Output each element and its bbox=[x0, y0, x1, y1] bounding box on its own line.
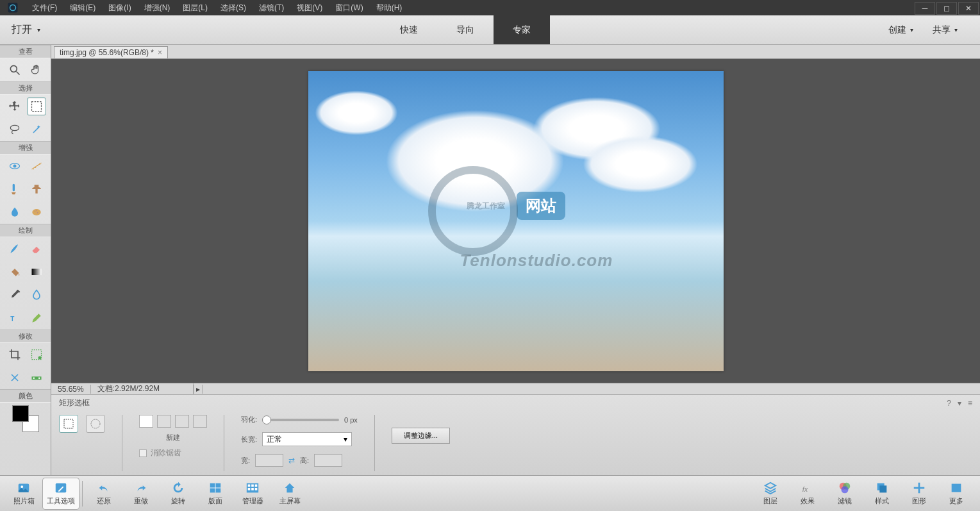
menu-view[interactable]: 视图(V) bbox=[290, 0, 329, 15]
sponge-tool[interactable] bbox=[27, 203, 46, 221]
straighten-tool-2[interactable] bbox=[27, 369, 46, 387]
spot-heal-tool[interactable] bbox=[5, 180, 24, 198]
maximize-button[interactable]: ◻ bbox=[936, 2, 957, 15]
svg-rect-10 bbox=[35, 189, 37, 194]
aspect-select[interactable]: 正常▾ bbox=[262, 432, 352, 446]
close-tab-icon[interactable]: × bbox=[158, 48, 162, 57]
styles-button[interactable]: 样式 bbox=[863, 478, 901, 510]
crop-tool[interactable] bbox=[5, 346, 24, 364]
svg-rect-15 bbox=[31, 269, 41, 275]
rect-marquee-button[interactable] bbox=[59, 415, 78, 433]
hand-tool[interactable] bbox=[27, 61, 46, 79]
selection-subtract-button[interactable] bbox=[175, 415, 189, 428]
redeye-tool[interactable] bbox=[5, 157, 24, 175]
menu-filter[interactable]: 滤镜(T) bbox=[253, 0, 290, 15]
pencil-tool[interactable] bbox=[27, 309, 46, 327]
undo-button[interactable]: 还原 bbox=[85, 478, 122, 510]
effects-button[interactable]: fx 效果 bbox=[789, 478, 826, 510]
eraser-tool[interactable] bbox=[27, 240, 46, 258]
menu-select[interactable]: 选择(S) bbox=[214, 0, 253, 15]
brush-tool[interactable] bbox=[5, 240, 24, 258]
magic-wand-tool[interactable] bbox=[27, 121, 46, 138]
more-button[interactable]: 更多 bbox=[938, 478, 975, 510]
status-arrow-icon[interactable]: ▸ bbox=[194, 385, 203, 394]
status-bar: 55.65% 文档:2.92M/2.92M ▸ bbox=[51, 383, 980, 394]
shape-tool[interactable] bbox=[27, 286, 46, 304]
menu-window[interactable]: 窗口(W) bbox=[329, 0, 369, 15]
svg-rect-35 bbox=[251, 488, 254, 490]
foreground-color[interactable] bbox=[12, 405, 29, 422]
straighten-tool[interactable] bbox=[27, 157, 46, 175]
section-draw: 绘制 bbox=[0, 224, 51, 237]
paint-bucket-tool[interactable] bbox=[5, 263, 24, 281]
watermark-logo-icon bbox=[428, 166, 518, 256]
blur-tool[interactable] bbox=[5, 203, 24, 221]
main-area: 查看 选择 增强 绘制 bbox=[0, 45, 980, 475]
redo-button[interactable]: 重做 bbox=[122, 478, 160, 510]
refine-edge-button[interactable]: 调整边缘... bbox=[392, 428, 450, 444]
collapse-icon[interactable]: ▾ bbox=[958, 399, 961, 408]
width-input[interactable] bbox=[255, 454, 283, 467]
menu-layer[interactable]: 图层(L) bbox=[176, 0, 214, 15]
move-tool[interactable] bbox=[5, 97, 24, 115]
menu-image[interactable]: 图像(I) bbox=[102, 0, 137, 15]
menu-enhance[interactable]: 增强(N) bbox=[138, 0, 177, 15]
svg-line-3 bbox=[16, 72, 19, 75]
svg-point-8 bbox=[13, 165, 16, 168]
status-zoom[interactable]: 55.65% bbox=[51, 385, 91, 394]
close-button[interactable]: ✕ bbox=[958, 2, 979, 15]
layers-button[interactable]: 图层 bbox=[752, 478, 789, 510]
eyedropper-tool[interactable] bbox=[5, 286, 24, 304]
tooloptions-button[interactable]: 工具选项 bbox=[42, 478, 79, 510]
mode-tab-expert[interactable]: 专家 bbox=[494, 15, 550, 44]
mode-tab-quick[interactable]: 快速 bbox=[381, 15, 437, 44]
selection-add-button[interactable] bbox=[157, 415, 171, 428]
ellipse-marquee-button[interactable] bbox=[86, 415, 105, 433]
swap-wh-icon[interactable]: ⇄ bbox=[288, 456, 295, 465]
filters-button[interactable]: 滤镜 bbox=[826, 478, 863, 510]
share-dropdown[interactable]: 共享 bbox=[923, 24, 967, 36]
svg-point-13 bbox=[37, 212, 38, 214]
organizer-button[interactable]: 管理器 bbox=[234, 478, 271, 510]
svg-point-11 bbox=[32, 209, 40, 215]
panel-menu-icon[interactable]: ≡ bbox=[968, 399, 972, 408]
menu-help[interactable]: 帮助(H) bbox=[370, 0, 409, 15]
menu-file[interactable]: 文件(F) bbox=[26, 0, 63, 15]
selection-new-button[interactable] bbox=[139, 415, 153, 428]
recompose-tool[interactable] bbox=[27, 346, 46, 364]
svg-point-40 bbox=[842, 486, 849, 493]
document-tab-title: timg.jpg @ 55.6%(RGB/8) * bbox=[60, 48, 154, 57]
canvas-area[interactable]: 腾龙工作室 网站 Tenlonstudio.com bbox=[51, 59, 980, 383]
layout-button[interactable]: 版面 bbox=[197, 478, 234, 510]
document-tab[interactable]: timg.jpg @ 55.6%(RGB/8) * × bbox=[54, 46, 168, 58]
text-tool[interactable]: T bbox=[5, 309, 24, 327]
gradient-tool[interactable] bbox=[27, 263, 46, 281]
help-icon[interactable]: ? bbox=[947, 399, 951, 408]
section-modify: 修改 bbox=[0, 330, 51, 343]
svg-rect-32 bbox=[251, 485, 254, 487]
lasso-tool[interactable] bbox=[5, 121, 24, 138]
open-dropdown[interactable]: 打开 bbox=[0, 15, 52, 44]
titlebar: 文件(F) 编辑(E) 图像(I) 增强(N) 图层(L) 选择(S) 滤镜(T… bbox=[0, 0, 980, 15]
mode-tab-guided[interactable]: 导向 bbox=[437, 15, 494, 44]
svg-rect-33 bbox=[255, 485, 258, 487]
marquee-tool[interactable] bbox=[27, 97, 46, 115]
content-aware-move-tool[interactable] bbox=[5, 369, 24, 387]
create-dropdown[interactable]: 创建 bbox=[879, 24, 923, 36]
photobin-button[interactable]: 照片箱 bbox=[5, 478, 42, 510]
height-input[interactable] bbox=[314, 454, 342, 467]
minimize-button[interactable]: ─ bbox=[915, 2, 935, 15]
color-swatches[interactable] bbox=[12, 405, 39, 432]
clone-stamp-tool[interactable] bbox=[27, 180, 46, 198]
status-docinfo[interactable]: 文档:2.92M/2.92M bbox=[91, 383, 194, 394]
home-button[interactable]: 主屏幕 bbox=[271, 478, 308, 510]
selection-intersect-button[interactable] bbox=[193, 415, 207, 428]
rotate-button[interactable]: 旋转 bbox=[160, 478, 197, 510]
feather-slider[interactable] bbox=[262, 419, 339, 421]
svg-line-6 bbox=[33, 128, 38, 133]
zoom-tool[interactable] bbox=[5, 61, 24, 79]
document-tabs: timg.jpg @ 55.6%(RGB/8) * × bbox=[51, 45, 980, 59]
antialias-checkbox[interactable] bbox=[139, 449, 147, 457]
menu-edit[interactable]: 编辑(E) bbox=[63, 0, 102, 15]
shapes-button[interactable]: 图形 bbox=[901, 478, 938, 510]
